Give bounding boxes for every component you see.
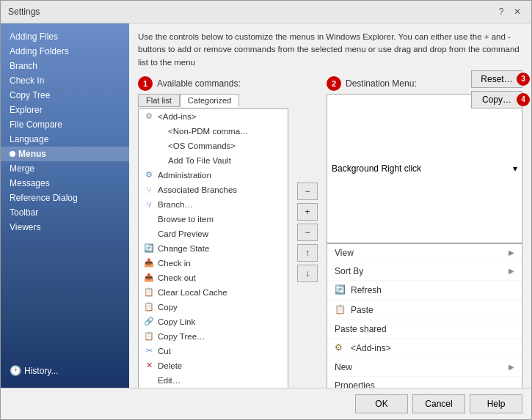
list-item[interactable]: ⑂ Branch… xyxy=(139,197,288,212)
delete-icon: ✕ xyxy=(143,360,155,372)
cut-icon: ✂ xyxy=(143,345,155,357)
blank-icon xyxy=(153,125,165,137)
available-badge: 1 xyxy=(138,76,153,91)
browse-icon xyxy=(143,213,155,225)
help-title-button[interactable]: ? xyxy=(495,5,508,18)
destination-label: Destination Menu: xyxy=(346,78,417,89)
add-button[interactable]: + xyxy=(297,203,318,221)
list-item[interactable]: 📋 Copy Tree… xyxy=(139,329,288,344)
list-item[interactable]: 📤 Check out xyxy=(139,270,288,285)
sidebar-item-viewers[interactable]: Viewers xyxy=(1,220,129,235)
sidebar-item-adding-files[interactable]: Adding Files xyxy=(1,29,129,44)
list-item[interactable]: 📋 Clear Local Cache xyxy=(139,285,288,300)
list-item[interactable]: Browse to item xyxy=(139,212,288,226)
bottom-bar: OK Cancel Help xyxy=(1,388,531,419)
refresh-icon: 🔄 xyxy=(335,284,346,296)
list-item[interactable]: ✕ Delete xyxy=(139,358,288,373)
reset-button[interactable]: Reset… xyxy=(471,70,522,88)
list-item[interactable]: ⑂ Associated Branches xyxy=(139,183,288,197)
clear-cache-icon: 📋 xyxy=(143,287,155,298)
list-item[interactable]: 🔄 Change State xyxy=(139,241,288,256)
sidebar-item-merge[interactable]: Merge xyxy=(1,161,129,176)
list-item[interactable]: 🔗 Copy Link xyxy=(139,314,288,329)
list-item[interactable]: Add To File Vault xyxy=(139,153,288,168)
title-controls: ? ✕ xyxy=(495,5,524,18)
arrow-buttons: − + − ↑ ↓ xyxy=(294,76,321,388)
sidebar-item-messages[interactable]: Messages xyxy=(1,176,129,191)
list-item[interactable]: 📥 Check in xyxy=(139,256,288,270)
destination-badge: 2 xyxy=(327,76,341,91)
list-item[interactable]: <Non-PDM comma… xyxy=(139,124,288,139)
destination-dropdown[interactable]: Background Right click ▾ xyxy=(327,94,522,243)
cancel-button[interactable]: Cancel xyxy=(412,394,465,413)
sidebar-item-menus[interactable]: Menus xyxy=(1,147,129,161)
card-icon xyxy=(143,228,155,240)
ok-button[interactable]: OK xyxy=(355,394,408,413)
menu-item-addins[interactable]: ⚙ <Add-ins> xyxy=(327,339,522,358)
list-item[interactable]: ✂ Cut xyxy=(139,344,288,358)
available-label: Available commands: xyxy=(157,78,241,89)
sidebar-item-explorer[interactable]: Explorer xyxy=(1,103,129,117)
copy-tree-icon: 📋 xyxy=(143,331,155,342)
window-title: Settings xyxy=(8,7,40,17)
title-bar: Settings ? ✕ xyxy=(1,1,531,23)
available-header: 1 Available commands: xyxy=(138,76,288,91)
menu-item-sort-by[interactable]: Sort By ▶ xyxy=(327,262,522,281)
menu-item-properties[interactable]: Properties xyxy=(327,377,522,388)
copy-badge: 4 xyxy=(517,93,530,106)
sidebar-item-check-in[interactable]: Check In xyxy=(1,73,129,88)
copy-link-icon: 🔗 xyxy=(143,316,155,328)
tabs-row: Flat list Categorized xyxy=(138,94,288,107)
branch2-icon: ⑂ xyxy=(143,199,155,210)
copy-button[interactable]: Copy… xyxy=(471,91,522,108)
active-bullet xyxy=(10,151,15,157)
state-icon: 🔄 xyxy=(143,243,155,254)
sidebar-item-branch[interactable]: Branch xyxy=(1,59,129,73)
menu-item-refresh[interactable]: 🔄 Refresh xyxy=(327,281,522,301)
arrow-icon: ▶ xyxy=(509,267,514,275)
sidebar-item-language[interactable]: Language xyxy=(1,132,129,147)
blank-icon xyxy=(153,140,165,152)
menu-item-paste-shared[interactable]: Paste shared xyxy=(327,320,522,339)
list-item[interactable]: Edit… xyxy=(139,373,288,388)
description-text: Use the controls below to customize the … xyxy=(138,31,522,69)
content-area: Adding Files Adding Folders Branch Check… xyxy=(1,23,531,388)
sidebar-item-adding-folders[interactable]: Adding Folders xyxy=(1,44,129,59)
copy-icon: 📋 xyxy=(143,301,155,313)
branch-icon: ⑂ xyxy=(143,184,155,196)
sidebar-item-toolbar[interactable]: Toolbar xyxy=(1,205,129,220)
list-item[interactable]: 📋 Copy xyxy=(139,300,288,314)
close-button[interactable]: ✕ xyxy=(511,5,524,18)
move-down-button[interactable]: ↓ xyxy=(297,265,318,282)
list-item[interactable]: ⚙ Administration xyxy=(139,168,288,183)
help-button[interactable]: Help xyxy=(470,394,522,413)
history-button[interactable]: 🕐 History... xyxy=(1,359,129,382)
list-item[interactable]: <OS Commands> xyxy=(139,139,288,153)
arrow-icon: ▶ xyxy=(509,363,514,371)
panels-row: 1 Available commands: Flat list Categori… xyxy=(138,76,522,388)
tab-categorized[interactable]: Categorized xyxy=(180,94,239,107)
arrow-icon: ▶ xyxy=(509,248,514,257)
menu-item-view[interactable]: View ▶ xyxy=(327,244,522,262)
sidebar-item-reference-dialog[interactable]: Reference Dialog xyxy=(1,191,129,205)
sidebar: Adding Files Adding Folders Branch Check… xyxy=(1,23,129,388)
list-item[interactable]: Card Preview xyxy=(139,226,288,241)
tab-flat-list[interactable]: Flat list xyxy=(138,94,180,107)
remove-button[interactable]: − xyxy=(297,183,318,200)
sidebar-item-file-compare[interactable]: File Compare xyxy=(1,117,129,132)
menu-item-new[interactable]: New ▶ xyxy=(327,358,522,377)
list-item[interactable]: ⚙ <Add-ins> xyxy=(139,109,288,124)
menu-item-paste[interactable]: 📋 Paste xyxy=(327,301,522,320)
admin-icon: ⚙ xyxy=(143,169,155,181)
settings-window: Settings ? ✕ Adding Files Adding Folders… xyxy=(0,0,532,420)
minus2-button[interactable]: − xyxy=(297,224,318,241)
checkout-icon: 📤 xyxy=(143,272,155,284)
move-up-button[interactable]: ↑ xyxy=(297,244,318,262)
addins-icon: ⚙ xyxy=(335,342,346,354)
reset-badge: 3 xyxy=(517,73,530,86)
destination-panel: 2 Destination Menu: Background Right cli… xyxy=(327,76,522,388)
sidebar-item-copy-tree[interactable]: Copy Tree xyxy=(1,88,129,103)
gear-icon: ⚙ xyxy=(143,111,155,122)
paste-icon: 📋 xyxy=(335,304,346,316)
commands-list[interactable]: ⚙ <Add-ins> <Non-PDM comma… <OS Commands… xyxy=(138,108,288,388)
